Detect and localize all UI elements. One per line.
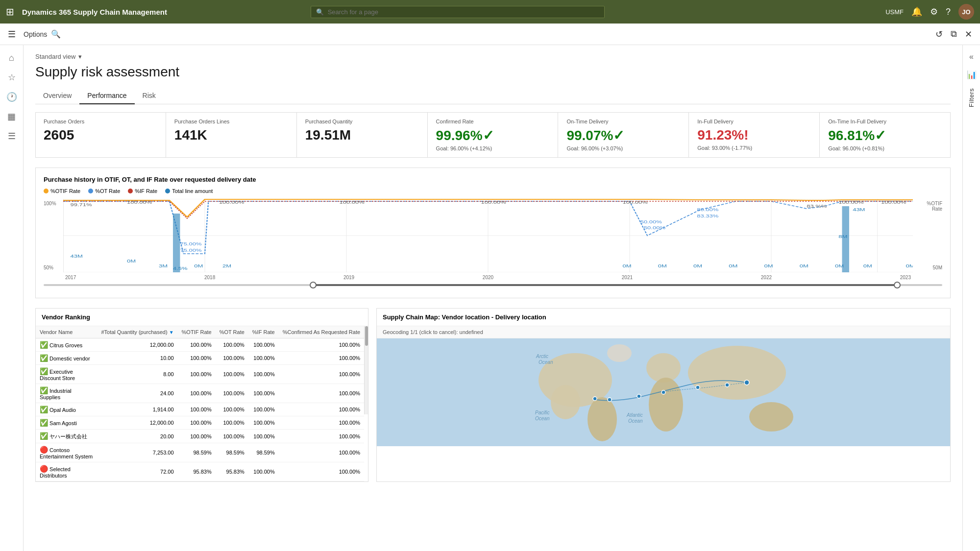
- collapse-icon[interactable]: «: [964, 49, 980, 65]
- table-row[interactable]: ✅ Citrus Groves 12,000.00 100.00% 100.00…: [36, 338, 364, 352]
- vendor-otif: 100.00%: [178, 338, 216, 352]
- tab-overview[interactable]: Overview: [35, 88, 79, 104]
- grid-icon[interactable]: ⊞: [6, 6, 14, 18]
- avatar[interactable]: JO: [958, 4, 974, 20]
- table-row[interactable]: 🔴 Contoso Entertainment System 7,253.00 …: [36, 443, 364, 462]
- check-icon: ✓: [613, 128, 624, 143]
- vendor-ot: 100.00%: [216, 416, 248, 430]
- tab-performance[interactable]: Performance: [79, 88, 134, 104]
- svg-text:0M: 0M: [800, 264, 808, 268]
- svg-text:0M: 0M: [835, 264, 844, 268]
- kpi-label: On-Time Delivery: [566, 119, 681, 124]
- table-row[interactable]: 🔴 Selected Distributors 72.00 95.83% 95.…: [36, 462, 364, 481]
- search-bar[interactable]: 🔍: [311, 6, 605, 18]
- sidebar-item-workspaces[interactable]: ▦: [3, 108, 21, 125]
- check-icon: ✓: [483, 128, 494, 143]
- svg-text:43M: 43M: [70, 254, 82, 259]
- tab-risk[interactable]: Risk: [135, 88, 164, 104]
- vendor-if: 100.00%: [248, 338, 279, 352]
- svg-text:50.00%: 50.00%: [644, 225, 665, 230]
- table-row[interactable]: ✅ Industrial Supplies 24.00 100.00% 100.…: [36, 384, 364, 403]
- sidebar-item-favorites[interactable]: ☆: [3, 69, 21, 86]
- refresh-icon[interactable]: ↺: [935, 29, 943, 40]
- legend-dot-total: [165, 189, 170, 193]
- status-icon: 🔴: [40, 465, 48, 473]
- slider-thumb-left[interactable]: [310, 282, 317, 288]
- table-row[interactable]: ✅ Sam Agosti 12,000.00 100.00% 100.00% 1…: [36, 416, 364, 430]
- sidebar-item-home[interactable]: ⌂: [3, 49, 21, 67]
- map-subtitle[interactable]: Geocoding 1/1 (click to cancel): undefin…: [377, 326, 950, 338]
- vendor-otif: 100.00%: [178, 365, 216, 384]
- x-label-2018: 2018: [204, 275, 215, 280]
- options-search-icon[interactable]: 🔍: [51, 29, 61, 39]
- svg-text:0M: 0M: [693, 264, 702, 268]
- svg-text:75.00%: 75.00%: [180, 248, 201, 253]
- status-icon: ✅: [40, 354, 48, 362]
- sidebar-item-recent[interactable]: 🕐: [3, 88, 21, 106]
- svg-text:100.00%: 100.00%: [219, 200, 244, 205]
- filters-label[interactable]: Filters: [968, 88, 975, 107]
- chart-icon[interactable]: 📊: [964, 67, 980, 82]
- kpi-purchase-orders: Purchase Orders 2605: [36, 113, 166, 157]
- table-row[interactable]: ✅ Opal Audio 1,914.00 100.00% 100.00% 10…: [36, 403, 364, 416]
- slider-thumb-right[interactable]: [894, 282, 901, 288]
- app-title: Dynamics 365 Supply Chain Management: [22, 8, 167, 16]
- help-icon[interactable]: ?: [946, 7, 951, 17]
- kpi-goal: Goal: 93.00% (-1.77%): [697, 145, 811, 151]
- kpi-purchased-quantity: Purchased Quantity 19.51M: [297, 113, 428, 157]
- col-total-qty[interactable]: #Total Quantity (purchased) ▼: [97, 326, 177, 338]
- vendor-qty: 72.00: [97, 462, 177, 481]
- supply-chain-map-section: Supply Chain Map: Vendor location - Deli…: [376, 308, 951, 482]
- svg-text:100.00%: 100.00%: [881, 200, 906, 205]
- svg-text:83.33%: 83.33%: [697, 214, 718, 218]
- vendor-if: 100.00%: [248, 416, 279, 430]
- top-bar: ⊞ Dynamics 365 Supply Chain Management 🔍…: [0, 0, 980, 24]
- vendor-confirmed: 100.00%: [279, 430, 364, 443]
- kpi-on-time-delivery: On-Time Delivery 99.07%✓ Goal: 96.00% (+…: [559, 113, 689, 157]
- search-input[interactable]: [328, 8, 599, 16]
- vendor-ot: 100.00%: [216, 384, 248, 403]
- hamburger-icon[interactable]: ☰: [8, 29, 16, 40]
- svg-text:0M: 0M: [658, 264, 667, 268]
- close-icon[interactable]: ✕: [965, 29, 972, 40]
- svg-point-63: [637, 394, 641, 398]
- date-range-slider[interactable]: [44, 280, 942, 290]
- y-axis-right-50m: 50M: [917, 265, 942, 270]
- table-row[interactable]: ✅ Domestic vendor 10.00 100.00% 100.00% …: [36, 352, 364, 365]
- vendor-name: ✅ Executive Discount Store: [36, 365, 97, 384]
- svg-point-64: [608, 398, 612, 402]
- kpi-confirmed-rate: Confirmed Rate 99.96%✓ Goal: 96.00% (+4.…: [428, 113, 559, 157]
- svg-point-59: [744, 380, 749, 385]
- right-panel: « 📊 Filters: [962, 45, 980, 551]
- settings-icon[interactable]: ⚙: [930, 6, 938, 17]
- vendor-confirmed: 100.00%: [279, 338, 364, 352]
- table-row[interactable]: ✅ ヤハー株式会社 20.00 100.00% 100.00% 100.00% …: [36, 430, 364, 443]
- vendor-scrollbar[interactable]: [364, 326, 368, 414]
- svg-text:0M: 0M: [194, 264, 203, 268]
- notification-icon[interactable]: 🔔: [911, 6, 922, 17]
- vendor-otif: 100.00%: [178, 430, 216, 443]
- svg-point-62: [662, 390, 665, 394]
- table-row[interactable]: ✅ Executive Discount Store 8.00 100.00% …: [36, 365, 364, 384]
- vendor-ot: 95.83%: [216, 462, 248, 481]
- kpi-goal: Goal: 96.00% (+0.81%): [828, 145, 942, 151]
- vendor-confirmed: 100.00%: [279, 416, 364, 430]
- scroll-thumb[interactable]: [365, 326, 368, 346]
- legend-dot-if: [128, 189, 133, 193]
- x-label-2019: 2019: [343, 275, 354, 280]
- svg-point-46: [551, 385, 580, 419]
- vendor-confirmed: 100.00%: [279, 384, 364, 403]
- map-container[interactable]: Arctic Ocean Pacific Ocean Atlantic Ocea…: [377, 338, 950, 446]
- svg-point-61: [696, 385, 700, 389]
- company-selector[interactable]: USMF: [885, 8, 904, 16]
- chart-svg[interactable]: 99.71% 100.00% 75.00% 75.00% 100.00% 100…: [63, 199, 913, 272]
- vendor-qty: 8.00: [97, 365, 177, 384]
- open-icon[interactable]: ⧉: [951, 29, 957, 40]
- kpi-row: Purchase Orders 2605 Purchase Orders Lin…: [35, 112, 951, 158]
- svg-point-50: [688, 346, 786, 400]
- sidebar-item-modules[interactable]: ☰: [3, 127, 21, 145]
- vendor-otif: 100.00%: [178, 384, 216, 403]
- svg-text:99.71%: 99.71%: [70, 202, 92, 207]
- vendor-name: ✅ Domestic vendor: [36, 352, 97, 365]
- view-selector[interactable]: Standard view ▾: [35, 53, 951, 60]
